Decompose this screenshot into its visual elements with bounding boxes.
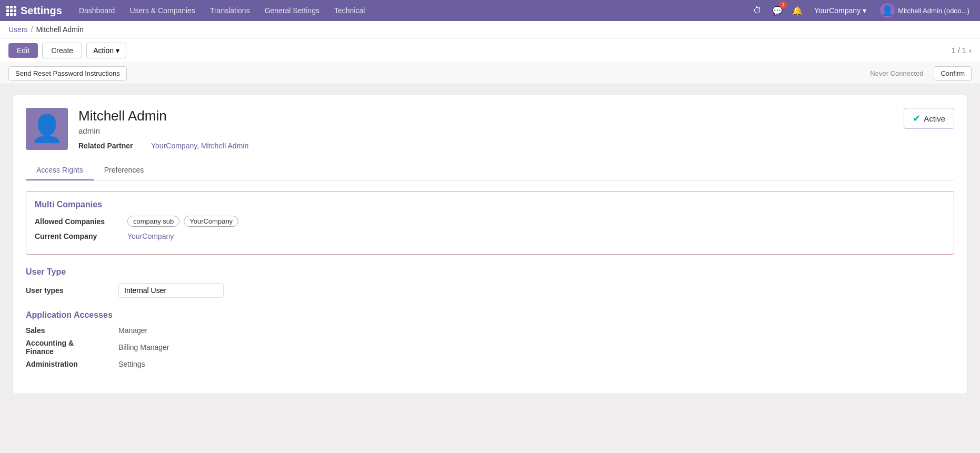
app-accounting-label: Accounting &Finance: [26, 339, 110, 356]
current-company-label: Current Company: [35, 232, 119, 240]
toolbar: Edit Create Action ▾ 1 / 1 ‹: [0, 38, 980, 63]
app-row-accounting: Accounting &Finance Billing Manager: [26, 339, 954, 356]
tag-company-sub[interactable]: company sub: [127, 216, 179, 227]
bell-icon[interactable]: 🔔: [790, 3, 805, 18]
app-brand[interactable]: Settings: [6, 5, 62, 17]
navbar: Settings Dashboard Users & Companies Tra…: [0, 0, 980, 21]
app-sales-value: Manager: [118, 326, 147, 335]
app-grid-icon[interactable]: [6, 6, 16, 16]
active-badge[interactable]: ✔ Active: [904, 108, 954, 129]
action-button-label: Action: [93, 46, 114, 55]
notification-icon[interactable]: 💬 1: [770, 3, 785, 18]
app-row-administration: Administration Settings: [26, 360, 954, 368]
create-button[interactable]: Create: [42, 43, 82, 58]
user-login: admin: [78, 126, 893, 135]
multi-companies-section: Multi Companies Allowed Companies compan…: [26, 191, 954, 255]
tab-content: Multi Companies Allowed Companies compan…: [26, 180, 954, 368]
user-types-select[interactable]: Internal User: [118, 283, 224, 298]
main-content: Mitchell Admin admin Related Partner You…: [0, 84, 980, 453]
user-photo: [26, 108, 68, 150]
app-accesses-section: Application Accesses Sales Manager Accou…: [26, 310, 954, 368]
reset-password-button[interactable]: Send Reset Password Instructions: [8, 66, 127, 80]
nav-translations[interactable]: Translations: [204, 0, 256, 21]
app-administration-value: Settings: [118, 360, 145, 368]
user-menu[interactable]: 👤 Mitchell Admin (odoo...): [876, 1, 974, 20]
breadcrumb-current: Mitchell Admin: [36, 25, 83, 34]
user-name: Mitchell Admin: [78, 108, 893, 124]
chevron-left-icon[interactable]: ‹: [969, 46, 972, 55]
company-selector[interactable]: YourCompany ▾: [810, 4, 871, 17]
app-sales-label: Sales: [26, 326, 110, 335]
nav-users-companies[interactable]: Users & Companies: [123, 0, 202, 21]
nav-dashboard[interactable]: Dashboard: [73, 0, 122, 21]
company-name: YourCompany: [814, 6, 861, 15]
app-accesses-title: Application Accesses: [26, 310, 954, 320]
user-related-partner-row: Related Partner YourCompany, Mitchell Ad…: [78, 142, 893, 150]
nav-links: Dashboard Users & Companies Translations…: [73, 0, 750, 21]
tabs: Access Rights Preferences: [26, 160, 954, 180]
related-partner-value[interactable]: YourCompany, Mitchell Admin: [151, 142, 248, 150]
app-row-sales: Sales Manager: [26, 326, 954, 335]
notification-badge: 1: [779, 1, 787, 8]
user-avatar: 👤: [880, 3, 895, 18]
breadcrumb: Users / Mitchell Admin: [0, 21, 980, 38]
chevron-down-icon: ▾: [863, 6, 866, 15]
user-types-row: User types Internal User: [26, 283, 954, 298]
current-company-value[interactable]: YourCompany: [127, 232, 174, 240]
user-display-name: Mitchell Admin (odoo...): [898, 7, 969, 15]
user-card: Mitchell Admin admin Related Partner You…: [13, 95, 967, 394]
nav-technical[interactable]: Technical: [328, 0, 371, 21]
tab-preferences[interactable]: Preferences: [94, 160, 154, 180]
allowed-companies-tags: company sub YourCompany: [127, 216, 241, 227]
edit-button[interactable]: Edit: [8, 43, 38, 58]
allowed-companies-row: Allowed Companies company sub YourCompan…: [35, 216, 945, 227]
multi-companies-title: Multi Companies: [35, 200, 945, 209]
nav-general-settings[interactable]: General Settings: [258, 0, 326, 21]
app-name: Settings: [21, 5, 62, 17]
action-button[interactable]: Action ▾: [86, 43, 126, 58]
app-administration-label: Administration: [26, 360, 110, 368]
clock-icon[interactable]: ⏱: [750, 3, 765, 18]
action-chevron-icon: ▾: [116, 46, 119, 55]
user-type-title: User Type: [26, 267, 954, 277]
breadcrumb-parent[interactable]: Users: [8, 25, 28, 34]
user-type-section: User Type User types Internal User: [26, 267, 954, 298]
active-label: Active: [924, 114, 945, 123]
related-partner-label: Related Partner: [78, 142, 147, 150]
tag-yourcompany[interactable]: YourCompany: [184, 216, 238, 227]
confirm-button[interactable]: Confirm: [934, 66, 972, 80]
app-accounting-value: Billing Manager: [118, 343, 169, 351]
never-connected-status: Never Connected: [864, 67, 929, 79]
current-company-row: Current Company YourCompany: [35, 232, 945, 240]
user-types-label: User types: [26, 286, 110, 295]
user-header: Mitchell Admin admin Related Partner You…: [26, 108, 954, 150]
sub-action-bar: Send Reset Password Instructions Never C…: [0, 63, 980, 84]
user-info: Mitchell Admin admin Related Partner You…: [78, 108, 893, 150]
allowed-companies-label: Allowed Companies: [35, 217, 119, 226]
nav-right: ⏱ 💬 1 🔔 YourCompany ▾ 👤 Mitchell Admin (…: [750, 1, 974, 20]
breadcrumb-separator: /: [31, 25, 33, 34]
pagination: 1 / 1 ‹: [952, 46, 972, 55]
pagination-text: 1 / 1: [952, 46, 966, 55]
tab-access-rights[interactable]: Access Rights: [26, 160, 94, 180]
active-check-icon: ✔: [913, 113, 921, 124]
